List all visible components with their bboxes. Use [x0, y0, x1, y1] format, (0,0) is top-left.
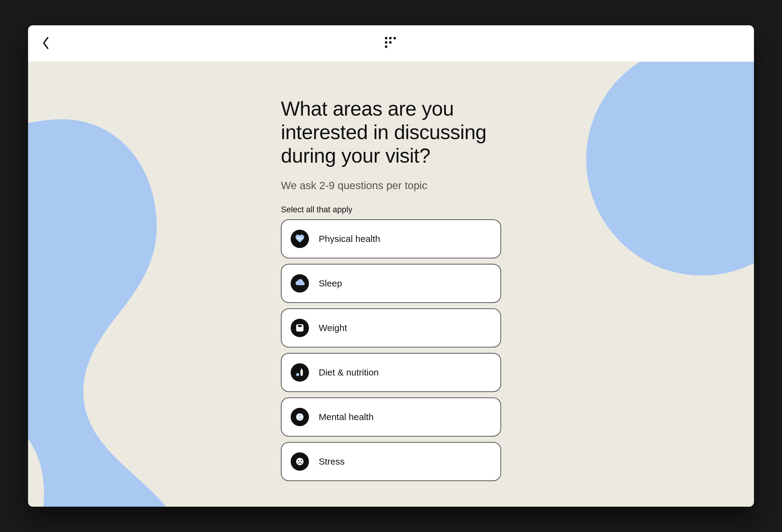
svg-point-2 — [393, 37, 396, 39]
option-diet-nutrition[interactable]: Diet & nutrition — [281, 353, 501, 392]
option-weight[interactable]: Weight — [281, 309, 501, 348]
option-label: Physical health — [319, 234, 380, 244]
content-area: What areas are you interested in discuss… — [28, 62, 754, 507]
svg-point-12 — [298, 460, 299, 461]
logo-icon — [383, 35, 399, 52]
option-label: Mental health — [319, 412, 374, 422]
option-label: Weight — [319, 323, 347, 333]
svg-point-3 — [385, 41, 387, 43]
option-label: Stress — [319, 456, 345, 467]
option-label: Diet & nutrition — [319, 367, 379, 378]
svg-point-0 — [385, 37, 387, 39]
question-panel: What areas are you interested in discuss… — [281, 62, 501, 481]
nutrition-icon — [291, 363, 309, 382]
svg-point-1 — [389, 37, 392, 39]
cloud-icon — [291, 274, 309, 292]
decorative-blob-left — [28, 108, 254, 507]
svg-point-5 — [385, 45, 387, 47]
svg-rect-8 — [300, 370, 303, 376]
options-list: Physical health Sleep Weight — [281, 219, 501, 481]
decorative-blob-right — [586, 62, 754, 276]
brand-logo — [383, 35, 399, 52]
heart-icon — [291, 230, 309, 248]
header — [28, 25, 754, 62]
option-sleep[interactable]: Sleep — [281, 264, 501, 303]
select-instruction: Select all that apply — [281, 205, 501, 214]
svg-point-4 — [389, 41, 392, 43]
svg-point-11 — [296, 458, 304, 465]
stress-icon — [291, 452, 309, 471]
back-button[interactable] — [40, 38, 52, 50]
chevron-left-icon — [41, 36, 50, 51]
option-mental-health[interactable]: Mental health — [281, 397, 501, 436]
option-stress[interactable]: Stress — [281, 442, 501, 481]
svg-point-13 — [301, 460, 302, 461]
brain-icon — [291, 408, 309, 426]
question-title: What areas are you interested in discuss… — [281, 97, 501, 168]
app-window: What areas are you interested in discuss… — [28, 25, 754, 507]
scale-icon — [291, 319, 309, 337]
question-subtitle: We ask 2-9 questions per topic — [281, 179, 501, 191]
option-physical-health[interactable]: Physical health — [281, 219, 501, 258]
svg-point-7 — [296, 373, 299, 376]
svg-rect-9 — [301, 368, 302, 370]
option-label: Sleep — [319, 278, 342, 289]
